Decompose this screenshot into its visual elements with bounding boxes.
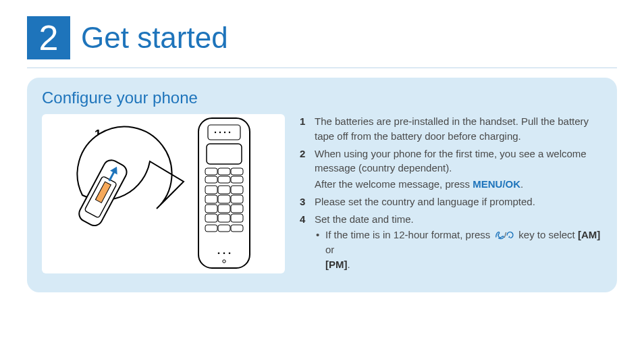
pm-label: [PM] xyxy=(325,259,348,270)
steps-list: The batteries are pre-installed in the h… xyxy=(300,114,602,275)
step-4-sub-mid: key to select xyxy=(516,229,578,240)
svg-point-31 xyxy=(218,253,220,255)
step-3: Please set the country and language if p… xyxy=(300,194,602,209)
section-body: 1 xyxy=(42,114,602,275)
svg-point-7 xyxy=(224,132,225,133)
svg-point-8 xyxy=(229,132,230,133)
step-4: Set the date and time. If the time is in… xyxy=(300,212,602,272)
phone-redial-key-icon: / xyxy=(494,230,514,240)
step-4-or: or xyxy=(325,244,334,255)
manual-page: 2 Get started Configure your phone 1 xyxy=(0,0,644,343)
handset-diagram-svg: 1 xyxy=(42,114,285,273)
step-4-sub-pre: If the time is in 12-hour format, press xyxy=(325,229,493,240)
step-3-text: Please set the country and language if p… xyxy=(315,196,535,207)
step-1: The batteries are pre-installed in the h… xyxy=(300,114,602,144)
section-panel: Configure your phone 1 xyxy=(27,78,617,292)
svg-point-32 xyxy=(223,253,225,255)
svg-point-6 xyxy=(219,132,221,133)
chapter-title: Get started xyxy=(81,21,228,55)
step-1-text: The batteries are pre-installed in the h… xyxy=(315,115,589,142)
svg-point-5 xyxy=(215,132,216,133)
am-label: [AM] xyxy=(578,229,600,240)
phone-illustration: 1 xyxy=(42,114,285,273)
step-2-line2-pre: After the welcome message, press xyxy=(315,178,473,190)
step-2-line2-post: . xyxy=(520,178,523,190)
header-divider xyxy=(27,68,617,68)
menu-ok-label: MENU/OK xyxy=(473,178,520,190)
step-2: When using your phone for the first time… xyxy=(300,147,602,192)
chapter-number-badge: 2 xyxy=(27,16,70,59)
section-title: Configure your phone xyxy=(42,88,602,107)
svg-point-33 xyxy=(229,253,231,255)
chapter-header: 2 Get started xyxy=(0,0,644,68)
step-4-text: Set the date and time. xyxy=(315,213,414,225)
step-4-sub-post: . xyxy=(348,259,350,270)
svg-rect-3 xyxy=(198,118,250,268)
step-4-sub: If the time is in 12-hour format, press … xyxy=(315,228,602,271)
step-2-line1: When using your phone for the first time… xyxy=(315,148,587,174)
svg-text:/: / xyxy=(504,232,506,240)
